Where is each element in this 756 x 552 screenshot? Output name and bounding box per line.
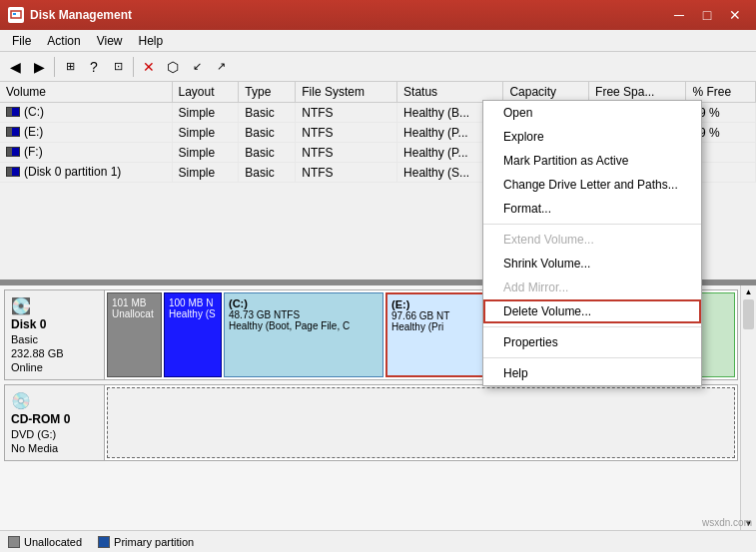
col-volume[interactable]: Volume <box>0 82 172 103</box>
cdrom-0-media: No Media <box>11 442 98 454</box>
cell-fs: NTFS <box>296 143 397 163</box>
help-button[interactable]: ? <box>83 56 105 78</box>
col-filesystem[interactable]: File System <box>296 82 397 103</box>
cdrom-partition <box>107 387 735 458</box>
ctx-item-shrink-volume---[interactable]: Shrink Volume... <box>483 252 701 276</box>
toolbar: ◀ ▶ ⊞ ? ⊡ ✕ ⬡ ↙ ↗ <box>0 52 756 82</box>
cell-layout: Simple <box>172 143 239 163</box>
cell-volume: (F:) <box>0 143 172 163</box>
svg-rect-1 <box>13 13 16 15</box>
ctx-separator <box>483 326 701 327</box>
context-menu: OpenExploreMark Partition as ActiveChang… <box>482 100 702 386</box>
ctx-separator <box>483 357 701 358</box>
cell-fs: NTFS <box>296 123 397 143</box>
import-button[interactable]: ↙ <box>186 56 208 78</box>
ctx-item-format---[interactable]: Format... <box>483 197 701 221</box>
cell-type: Basic <box>239 143 296 163</box>
cdrom-0-partitions <box>105 385 737 460</box>
partition-system[interactable]: 100 MB N Healthy (S <box>164 292 222 377</box>
legend-primary: Primary partition <box>98 536 194 548</box>
disk-icon: 💽 <box>11 296 31 315</box>
partition-c[interactable]: (C:) 48.73 GB NTFS Healthy (Boot, Page F… <box>224 292 383 377</box>
menu-view[interactable]: View <box>89 32 131 50</box>
delete-button[interactable]: ✕ <box>138 56 160 78</box>
vol-icon <box>6 147 20 157</box>
menu-action[interactable]: Action <box>39 32 88 50</box>
cell-layout: Simple <box>172 163 239 183</box>
ctx-separator <box>483 224 701 225</box>
unallocated-color-box <box>8 536 20 548</box>
ctx-item-extend-volume---: Extend Volume... <box>483 228 701 252</box>
col-type[interactable]: Type <box>239 82 296 103</box>
app-icon <box>8 7 24 23</box>
partition-unallocated[interactable]: 101 MB Unallocat <box>107 292 162 377</box>
primary-label: Primary partition <box>114 536 194 548</box>
menu-help[interactable]: Help <box>131 32 172 50</box>
vol-icon <box>6 167 20 177</box>
watermark: wsxdn.com <box>702 517 752 528</box>
cdrom-0-type: DVD (G:) <box>11 428 98 440</box>
menu-bar: File Action View Help <box>0 30 756 52</box>
cell-fs: NTFS <box>296 163 397 183</box>
status-bar: Unallocated Primary partition <box>0 530 756 552</box>
cell-layout: Simple <box>172 123 239 143</box>
minimize-button[interactable]: ─ <box>666 5 692 25</box>
primary-color-box <box>98 536 110 548</box>
cdrom-0-row: 💿 CD-ROM 0 DVD (G:) No Media <box>4 384 738 461</box>
cell-volume: (Disk 0 partition 1) <box>0 163 172 183</box>
back-button[interactable]: ◀ <box>4 56 26 78</box>
ctx-item-add-mirror---: Add Mirror... <box>483 276 701 299</box>
legend-unallocated: Unallocated <box>8 536 82 548</box>
cdrom-icon: 💿 <box>11 391 31 410</box>
unallocated-label: Unallocated <box>24 536 82 548</box>
cell-volume: (E:) <box>0 123 172 143</box>
cell-fs: NTFS <box>296 103 397 123</box>
vol-icon <box>6 127 20 137</box>
disk-0-label: 💽 Disk 0 Basic 232.88 GB Online <box>5 290 105 379</box>
maximize-button[interactable]: □ <box>694 5 720 25</box>
cell-type: Basic <box>239 103 296 123</box>
view-button[interactable]: ⊞ <box>59 56 81 78</box>
cell-volume: (C:) <box>0 103 172 123</box>
forward-button[interactable]: ▶ <box>28 56 50 78</box>
disk-0-name: Disk 0 <box>11 317 98 331</box>
disk-0-size: 232.88 GB <box>11 347 98 359</box>
vol-icon <box>6 107 20 117</box>
ctx-item-help[interactable]: Help <box>483 361 701 385</box>
cell-type: Basic <box>239 163 296 183</box>
ctx-item-open[interactable]: Open <box>483 101 701 125</box>
ctx-item-explore[interactable]: Explore <box>483 125 701 149</box>
disk-0-type: Basic <box>11 333 98 345</box>
window-title: Disk Management <box>30 8 666 22</box>
ctx-item-change-drive-letter-and-paths---[interactable]: Change Drive Letter and Paths... <box>483 173 701 197</box>
title-bar: Disk Management ─ □ ✕ <box>0 0 756 30</box>
scrollbar[interactable]: ▲ ▼ <box>740 285 756 530</box>
toolbar-sep-1 <box>54 57 55 77</box>
close-button[interactable]: ✕ <box>722 5 748 25</box>
cdrom-0-name: CD-ROM 0 <box>11 412 98 426</box>
ctx-item-properties[interactable]: Properties <box>483 330 701 354</box>
ctx-item-mark-partition-as-active[interactable]: Mark Partition as Active <box>483 149 701 173</box>
cell-type: Basic <box>239 123 296 143</box>
ctx-item-delete-volume---[interactable]: Delete Volume... <box>483 299 701 323</box>
disk-0-status: Online <box>11 361 98 373</box>
export-button[interactable]: ↗ <box>210 56 232 78</box>
menu-file[interactable]: File <box>4 32 39 50</box>
toolbar-sep-2 <box>133 57 134 77</box>
col-layout[interactable]: Layout <box>172 82 239 103</box>
rescan-button[interactable]: ⬡ <box>162 56 184 78</box>
cdrom-0-label: 💿 CD-ROM 0 DVD (G:) No Media <box>5 385 105 460</box>
disk-button[interactable]: ⊡ <box>107 56 129 78</box>
window-controls: ─ □ ✕ <box>666 5 748 25</box>
cell-layout: Simple <box>172 103 239 123</box>
